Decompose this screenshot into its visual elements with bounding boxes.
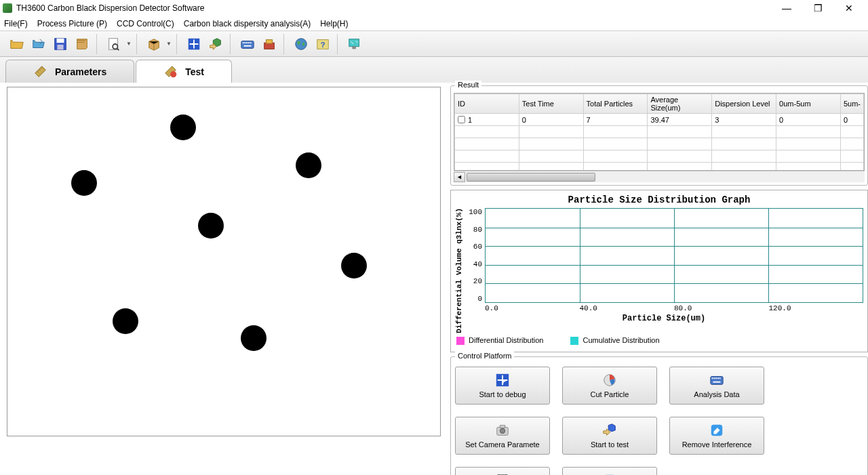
col-id[interactable]: ID [455, 94, 519, 114]
x-axis-label: Particle Size(um) [465, 314, 863, 323]
tab-label: Parameters [55, 66, 106, 77]
start-debug-button[interactable]: Start to debug [455, 367, 550, 405]
col-test-time[interactable]: Test Time [519, 94, 583, 114]
chart-title: Particle Size Distribution Graph [455, 194, 863, 205]
svg-text:?: ? [321, 40, 326, 48]
camera-params-button[interactable]: Set Camera Paramete [455, 417, 550, 455]
col-0-5[interactable]: 0um-5um [776, 94, 841, 114]
particle [71, 170, 97, 196]
svg-point-21 [170, 71, 176, 77]
svg-rect-8 [243, 42, 244, 43]
app-title: TH3600 Carbon Black Dispersion Detector … [16, 3, 777, 13]
save-icon[interactable] [50, 34, 71, 54]
svg-rect-14 [264, 43, 275, 49]
particle [113, 308, 138, 334]
svg-rect-20 [352, 46, 356, 49]
dropdown-arrow-icon[interactable]: ▼ [125, 34, 132, 54]
menu-ccd-control[interactable]: CCD Control(C) [117, 19, 174, 28]
horizontal-scrollbar[interactable]: ◄ [454, 171, 865, 182]
svg-rect-27 [715, 377, 717, 379]
svg-rect-1 [57, 38, 64, 42]
target-blue-icon[interactable] [184, 34, 204, 54]
book-icon[interactable] [72, 34, 92, 54]
menu-analysis[interactable]: Carbon black dispersity analysis(A) [184, 19, 311, 28]
legend-swatch-cum [570, 337, 578, 345]
svg-line-5 [117, 48, 119, 50]
row-checkbox[interactable] [458, 116, 465, 123]
chart-grid [485, 208, 863, 303]
save-picture-button[interactable]: ZIP Save As Picture [455, 467, 550, 475]
svg-rect-26 [713, 377, 715, 379]
panel-legend: Result [455, 81, 481, 89]
tab-parameters[interactable]: Parameters [5, 60, 134, 83]
svg-rect-28 [717, 377, 719, 379]
tab-row: Parameters Test [0, 57, 868, 83]
svg-rect-25 [712, 377, 713, 379]
particle [296, 152, 321, 178]
scroll-thumb[interactable] [467, 173, 595, 182]
particle-canvas[interactable] [7, 87, 441, 436]
panel-legend: Control Platform [455, 352, 514, 360]
svg-point-16 [296, 38, 307, 49]
maximize-button[interactable]: ❐ [808, 1, 827, 15]
col-5-[interactable]: 5um- [840, 94, 863, 114]
chart-legend: Differential Distribution Cumulative Dis… [455, 333, 863, 348]
monitor-teal-icon[interactable] [344, 34, 365, 54]
y-axis-label: Differential Volume q3lnx(%) [455, 208, 465, 333]
tab-label: Test [185, 66, 204, 77]
scroll-left-arrow[interactable]: ◄ [454, 172, 465, 182]
start-test-button[interactable]: Start to test [562, 417, 657, 455]
svg-rect-10 [246, 42, 248, 43]
canvas-panel [0, 83, 448, 472]
particle [341, 253, 367, 278]
svg-rect-7 [241, 41, 254, 48]
legend-swatch-diff [456, 337, 465, 345]
ruler-icon [33, 64, 48, 79]
menu-help[interactable]: Help(H) [320, 19, 348, 28]
col-dispersion[interactable]: Dispersion Level [712, 94, 776, 114]
tab-test[interactable]: Test [136, 60, 232, 83]
svg-rect-24 [711, 376, 723, 384]
table-row[interactable]: 1 0 7 39.47 3 0 0 [455, 114, 864, 126]
svg-rect-9 [244, 42, 245, 43]
svg-rect-13 [244, 45, 252, 46]
col-avg-size[interactable]: Average Size(um) [648, 94, 712, 114]
camera-icon [494, 423, 511, 438]
cut-particle-button[interactable]: Cut Particle [562, 367, 657, 405]
help-box-icon[interactable]: ? [313, 34, 333, 54]
remove-interference-button[interactable]: Remove Interference [669, 417, 764, 455]
eraser-blue-icon [709, 423, 725, 438]
package-icon[interactable] [144, 34, 164, 54]
y-ticks: 100 80 60 40 20 0 [465, 208, 485, 303]
col-total-particles[interactable]: Total Particles [583, 94, 648, 114]
zoom-page-icon[interactable] [104, 34, 124, 54]
test-icon [163, 64, 178, 79]
svg-rect-2 [57, 44, 63, 49]
menu-process-picture[interactable]: Process Picture (P) [37, 19, 107, 28]
device-red-icon[interactable] [259, 34, 279, 54]
menubar: File(F) Process Picture (P) CCD Control(… [0, 16, 868, 31]
dropdown-arrow-icon[interactable]: ▼ [165, 34, 172, 54]
svg-point-32 [500, 428, 505, 433]
window-controls: — ❐ ✕ [777, 1, 865, 15]
svg-rect-29 [719, 377, 721, 379]
cube-arrow-icon [601, 423, 618, 438]
cube-arrow-icon[interactable] [205, 34, 226, 54]
control-platform-panel: Control Platform Start to debug Cut Part… [450, 356, 868, 475]
particle [198, 213, 224, 239]
titlebar: TH3600 Carbon Black Dispersion Detector … [0, 0, 868, 16]
menu-file[interactable]: File(F) [4, 19, 28, 28]
particle [241, 325, 267, 351]
svg-rect-12 [250, 42, 252, 43]
close-button[interactable]: ✕ [840, 1, 859, 15]
result-panel: Result ID Test Time Total Particles Aver… [450, 85, 868, 186]
svg-rect-33 [500, 426, 505, 428]
minimize-button[interactable]: — [777, 1, 796, 15]
keyboard-icon[interactable] [237, 34, 258, 54]
globe-icon[interactable] [291, 34, 311, 54]
folder-open-icon[interactable] [7, 34, 27, 54]
toolbar: ▼ ▼ ? [0, 31, 868, 57]
folder-in-icon[interactable] [28, 34, 49, 54]
select-valid-area-button[interactable]: Select Valid Area [562, 467, 657, 475]
analysis-data-button[interactable]: Analysis Data [669, 367, 764, 405]
